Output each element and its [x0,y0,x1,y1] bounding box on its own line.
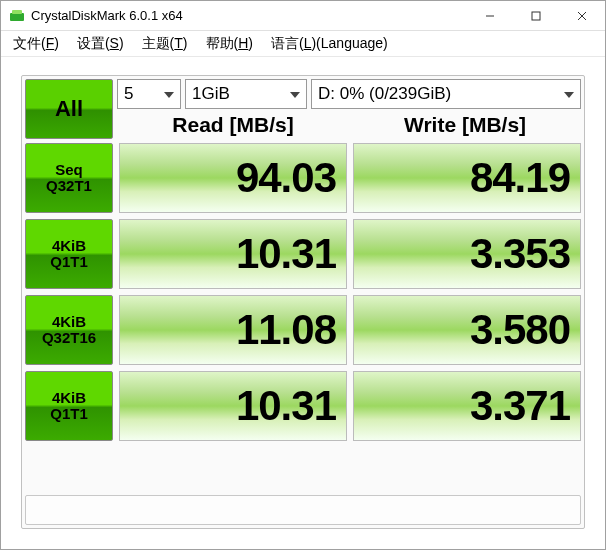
header-write: Write [MB/s] [349,113,581,137]
menubar: 文件(F) 设置(S) 主题(T) 帮助(H) 语言(L)(Language) [1,31,605,57]
table-row: Seq Q32T1 94.03 84.19 [25,143,581,213]
4kib-q1t1-read: 10.31 [119,219,347,289]
4kib-q1t1-b-button[interactable]: 4KiB Q1T1 [25,371,113,441]
window-title: CrystalDiskMark 6.0.1 x64 [31,8,467,23]
minimize-button[interactable] [467,1,513,31]
4kib-q1t1-b-read: 10.31 [119,371,347,441]
4kib-q32t16-write: 3.580 [353,295,581,365]
table-row: 4KiB Q1T1 10.31 3.353 [25,219,581,289]
test-size-select[interactable]: 1GiB [185,79,307,109]
4kib-q1t1-b-write: 3.371 [353,371,581,441]
4kib-q32t16-button[interactable]: 4KiB Q32T16 [25,295,113,365]
pass-count-value: 5 [124,84,133,104]
menu-settings[interactable]: 设置(S) [71,33,130,55]
drive-value: D: 0% (0/239GiB) [318,84,451,104]
table-row: 4KiB Q1T1 10.31 3.371 [25,371,581,441]
menu-file[interactable]: 文件(F) [7,33,65,55]
svg-rect-3 [532,12,540,20]
menu-help[interactable]: 帮助(H) [200,33,259,55]
close-button[interactable] [559,1,605,31]
maximize-button[interactable] [513,1,559,31]
results-grid: Seq Q32T1 94.03 84.19 4KiB Q1T1 10.31 3.… [25,143,581,489]
app-icon [9,8,25,24]
svg-rect-1 [12,10,22,14]
header-read: Read [MB/s] [117,113,349,137]
run-all-button[interactable]: All [25,79,113,139]
test-size-value: 1GiB [192,84,230,104]
seq-q32t1-write: 84.19 [353,143,581,213]
drive-select[interactable]: D: 0% (0/239GiB) [311,79,581,109]
menu-language[interactable]: 语言(L)(Language) [265,33,394,55]
svg-rect-0 [10,13,24,21]
menu-theme[interactable]: 主题(T) [136,33,194,55]
titlebar: CrystalDiskMark 6.0.1 x64 [1,1,605,31]
status-bar [25,495,581,525]
seq-q32t1-button[interactable]: Seq Q32T1 [25,143,113,213]
content-panel: All 5 1GiB D: 0% (0/239GiB) Read [MB/s] [21,75,585,529]
pass-count-select[interactable]: 5 [117,79,181,109]
4kib-q1t1-button[interactable]: 4KiB Q1T1 [25,219,113,289]
table-row: 4KiB Q32T16 11.08 3.580 [25,295,581,365]
seq-q32t1-read: 94.03 [119,143,347,213]
4kib-q32t16-read: 11.08 [119,295,347,365]
app-window: CrystalDiskMark 6.0.1 x64 文件(F) 设置(S) 主题… [0,0,606,550]
4kib-q1t1-write: 3.353 [353,219,581,289]
run-all-label: All [55,96,83,122]
